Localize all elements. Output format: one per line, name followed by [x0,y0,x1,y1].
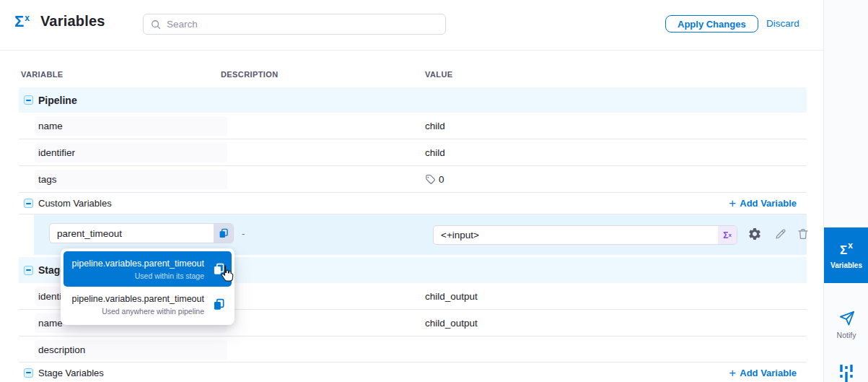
group-label: Custom Variables [38,198,112,209]
add-variable-button[interactable]: + Add Variable [729,367,797,379]
add-variable-button[interactable]: + Add Variable [729,197,797,209]
variables-table: VARIABLE DESCRIPTION VALUE Pipeline name… [0,51,823,382]
expression-text: pipeline.variables.parent_timeout [72,259,204,269]
tags-value: 0 [425,174,444,185]
row-skeleton [35,170,227,189]
expression-scope: Used anywhere within pipeline [102,307,204,316]
variable-value: child [425,147,445,158]
group-label: Stage Variables [38,368,104,378]
section-label: Pipeline [38,95,77,106]
table-row-tags: tags 0 [19,166,807,193]
delete-variable-button[interactable] [797,227,811,242]
sliders-icon [837,363,856,382]
group-row-stage-variables: Stage Variables + Add Variable [19,363,807,382]
settings-gear-button[interactable] [748,227,762,241]
variable-name: identifier [38,147,75,158]
collapse-minus-icon[interactable] [24,266,33,275]
variable-value: child [425,121,445,131]
column-header-value: VALUE [425,70,452,79]
copy-expression-button[interactable] [214,224,233,243]
plus-icon: + [729,197,736,209]
search-box[interactable] [143,14,446,35]
expression-text: pipeline.variables.parent_timeout [72,294,204,304]
tag-icon [425,174,436,185]
expression-copy-popup: pipeline.variables.parent_timeout Used w… [61,248,234,325]
variable-value-field[interactable]: Σx [433,225,737,245]
variable-value: child_output [425,291,478,302]
description-dash: - [242,228,245,239]
tags-count: 0 [439,174,444,185]
column-header-description: DESCRIPTION [221,70,279,79]
row-skeleton [35,116,227,136]
variables-sigma-icon: Σx [14,14,30,30]
expression-type-button[interactable]: Σx [718,226,737,244]
apply-changes-button[interactable]: Apply Changes [665,15,758,32]
gear-icon [748,227,762,241]
variable-name: name [38,121,63,131]
variable-value: child_output [425,318,478,329]
search-input[interactable] [167,19,438,30]
table-row-identifier: identifier child [19,139,807,166]
brand: Σx Variables [14,13,105,30]
variable-name: name [38,318,63,329]
app-header: Σx Variables Apply Changes Discard [0,0,823,51]
variables-sigma-icon: Σx [840,241,853,256]
rail-tab-label: Notify [837,331,856,339]
rail-tab-flow-control[interactable] [824,363,868,382]
copy-icon[interactable] [213,298,225,313]
pencil-icon [774,227,787,240]
mouse-cursor-pointer [219,264,235,285]
table-row-description: description [19,337,807,363]
rail-tab-notify[interactable]: Notify [824,303,868,345]
popup-item-stage-scope[interactable]: pipeline.variables.parent_timeout Used w… [63,251,232,287]
collapse-minus-icon[interactable] [24,368,33,378]
discard-button[interactable]: Discard [766,18,799,29]
variable-name: description [38,344,85,355]
search-icon [151,19,161,30]
right-rail: Σx Variables Notify [823,0,868,382]
copy-icon [219,228,229,238]
variable-name: tags [38,174,57,185]
variable-name-input[interactable] [50,224,214,243]
variable-value-input[interactable] [434,226,718,244]
section-row-pipeline[interactable]: Pipeline [19,87,807,113]
column-header-variable: VARIABLE [21,70,63,79]
rail-tab-variables[interactable]: Σx Variables [824,227,868,283]
plus-icon: + [729,367,736,379]
paper-plane-icon [838,310,855,326]
trash-icon [797,227,810,240]
popup-item-pipeline-scope[interactable]: pipeline.variables.parent_timeout Used a… [63,287,232,322]
collapse-minus-icon[interactable] [24,95,33,105]
table-row-name: name child [19,113,807,139]
edit-variable-button[interactable] [774,227,789,242]
expression-scope: Used within its stage [135,272,204,280]
variable-name-field[interactable] [49,223,234,243]
collapse-minus-icon[interactable] [24,199,33,208]
page-title: Variables [40,13,105,30]
group-row-custom-variables: Custom Variables + Add Variable [19,193,807,214]
rail-tab-label: Variables [830,261,862,269]
